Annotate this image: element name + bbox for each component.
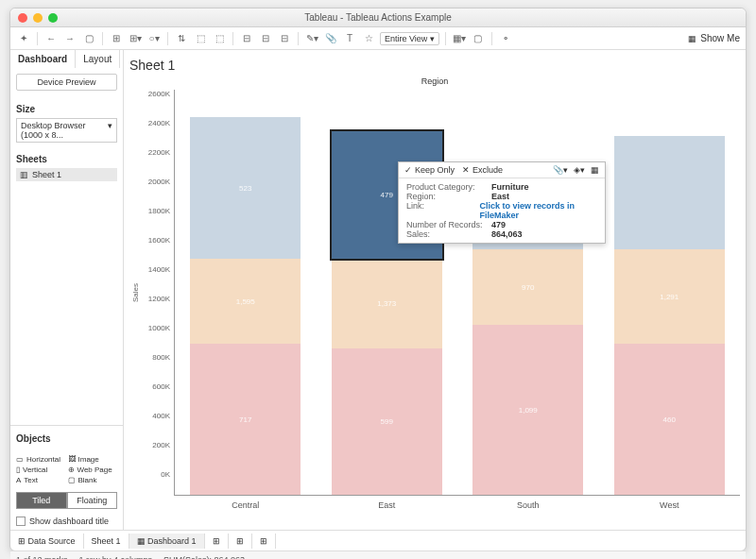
titlebar: Tableau - Tableau Actions Example <box>10 8 746 27</box>
back-icon[interactable]: ← <box>43 31 59 46</box>
tooltip: ✓Keep Only ✕Exclude 📎▾ ◈▾ ▦ Product Cate… <box>398 161 606 244</box>
set-icon[interactable]: ◈▾ <box>574 165 585 175</box>
vertical-icon: ▯ <box>16 466 20 474</box>
obj-image[interactable]: 🖼Image <box>68 455 118 464</box>
show-me-button[interactable]: ▦ Show Me <box>688 33 740 43</box>
view-data-icon[interactable]: ▦ <box>591 165 599 175</box>
x-label: West <box>660 500 679 510</box>
label-icon[interactable]: T <box>342 31 357 46</box>
bar-central-furniture[interactable]: 523 <box>190 117 301 259</box>
plot[interactable]: 523 1,595 717 Central 479 1,373 599 East <box>174 90 740 496</box>
new-worksheet-icon[interactable]: ⊞▾ <box>128 31 143 46</box>
new-story-tab[interactable]: ⊞ <box>252 534 276 549</box>
tabbar: ⊞ Data Source Sheet 1 ▦ Dashboard 1 ⊞ ⊞ … <box>10 530 746 551</box>
sheet-title: Sheet 1 <box>129 56 740 76</box>
sidebar: Dashboard Layout Device Preview Size Des… <box>10 50 124 530</box>
bar-central-tech[interactable]: 717 <box>190 344 301 495</box>
check-icon: ✓ <box>404 165 412 175</box>
totals-icon[interactable]: ⊟ <box>258 31 273 46</box>
status-bar: 1 of 12 marks 1 row by 4 columns SUM(Sal… <box>10 551 746 559</box>
tab-layout[interactable]: Layout <box>76 50 120 68</box>
exclude-button[interactable]: ✕Exclude <box>462 165 503 175</box>
save-icon[interactable]: ▢ <box>81 31 96 46</box>
abc-icon[interactable]: ⊟ <box>277 31 292 46</box>
obj-webpage[interactable]: ⊕Web Page <box>68 466 118 474</box>
status-dims: 1 row by 4 columns <box>79 555 153 560</box>
chart-title: Region <box>129 76 740 86</box>
window-title: Tableau - Tableau Actions Example <box>10 12 746 23</box>
y-axis: 2600K2400K2200K2000K1800K1600K1400K1200K… <box>142 90 174 496</box>
showme-icon: ▦ <box>688 34 696 43</box>
dashboard1-tab[interactable]: ▦ Dashboard 1 <box>129 534 205 549</box>
obj-vertical[interactable]: ▯Vertical <box>16 466 66 474</box>
horizontal-icon: ▭ <box>16 455 24 464</box>
bar-west-furniture[interactable] <box>614 136 725 249</box>
data-source-tab[interactable]: ⊞ Data Source <box>10 534 84 549</box>
group-icon[interactable]: ⊟ <box>239 31 254 46</box>
bar-central-office[interactable]: 1,595 <box>190 259 301 344</box>
toolbar: ✦ ← → ▢ ⊞ ⊞▾ ○▾ ⇅ ⬚ ⬚ ⊟ ⊟ ⊟ ✎▾ 📎 T ☆ Ent… <box>10 27 746 50</box>
dashboard-icon[interactable]: ▢ <box>471 31 486 46</box>
sheet-item[interactable]: ▥ Sheet 1 <box>16 168 117 181</box>
share-icon[interactable]: ⚬ <box>498 31 513 46</box>
x-label: Central <box>232 500 259 510</box>
bar-east-tech[interactable]: 599 <box>332 348 442 495</box>
bar-west-tech[interactable]: 460 <box>614 344 725 495</box>
x-label: East <box>378 500 395 510</box>
tab-dashboard[interactable]: Dashboard <box>10 50 76 68</box>
y-axis-label: Sales <box>129 90 142 496</box>
sort-desc-icon[interactable]: ⬚ <box>212 31 227 46</box>
highlight-icon[interactable]: ✎▾ <box>304 31 319 46</box>
duplicate-icon[interactable]: ○▾ <box>146 31 162 46</box>
bar-west-office[interactable]: 1,291 <box>614 249 725 344</box>
keep-only-button[interactable]: ✓Keep Only <box>404 165 455 175</box>
present-icon[interactable]: ▦▾ <box>452 31 467 46</box>
show-title-checkbox[interactable]: Show dashboard title <box>10 513 123 530</box>
new-data-icon[interactable]: ⊞ <box>109 31 124 46</box>
sort-asc-icon[interactable]: ⬚ <box>193 31 208 46</box>
pin-icon[interactable]: 📎 <box>323 31 338 46</box>
guide-icon[interactable]: ☆ <box>361 31 376 46</box>
sheet-icon: ▥ <box>20 170 28 179</box>
size-label: Size <box>16 104 117 114</box>
forward-icon[interactable]: → <box>62 31 77 46</box>
floating-button[interactable]: Floating <box>67 492 118 509</box>
text-icon: A <box>16 476 21 484</box>
bar-east-office[interactable]: 1,373 <box>332 259 442 348</box>
bar-south-tech[interactable]: 1,099 <box>472 325 583 495</box>
sheet1-tab[interactable]: Sheet 1 <box>84 534 129 549</box>
size-dropdown[interactable]: Desktop Browser (1000 x 8...▾ <box>16 118 117 143</box>
webpage-icon: ⊕ <box>68 466 75 474</box>
swap-icon[interactable]: ⇅ <box>174 31 189 46</box>
filemaker-link[interactable]: Click to view records in FileMaker <box>480 201 598 220</box>
device-preview-button[interactable]: Device Preview <box>16 74 117 91</box>
image-icon: 🖼 <box>68 455 76 464</box>
chevron-down-icon: ▾ <box>108 121 112 140</box>
new-worksheet-tab[interactable]: ⊞ <box>205 534 229 549</box>
bar-south-office[interactable]: 970 <box>472 249 583 325</box>
group-icon[interactable]: 📎▾ <box>553 165 568 175</box>
status-marks: 1 of 12 marks <box>16 555 68 560</box>
sheets-label: Sheets <box>16 154 117 164</box>
checkbox-icon <box>16 517 26 526</box>
blank-icon: ▢ <box>68 476 76 484</box>
status-sum: SUM(Sales): 864,063 <box>163 555 245 560</box>
fit-dropdown[interactable]: Entire View ▾ <box>380 32 439 45</box>
tiled-button[interactable]: Tiled <box>16 492 67 509</box>
objects-label: Objects <box>10 430 123 448</box>
x-icon: ✕ <box>462 165 470 175</box>
logo-icon[interactable]: ✦ <box>16 31 31 46</box>
new-dashboard-tab[interactable]: ⊞ <box>229 534 252 549</box>
obj-text[interactable]: AText <box>16 476 66 484</box>
x-label: South <box>517 500 540 510</box>
obj-blank[interactable]: ▢Blank <box>68 476 118 484</box>
obj-horizontal[interactable]: ▭Horizontal <box>16 455 66 464</box>
